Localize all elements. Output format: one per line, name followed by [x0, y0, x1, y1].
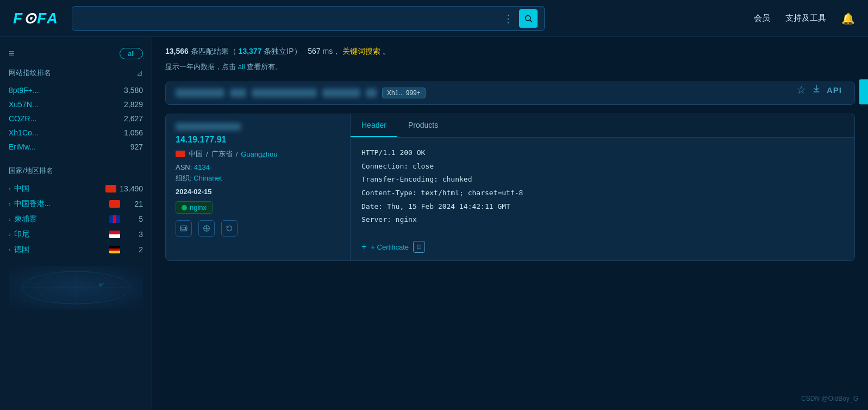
tab-products[interactable]: Products	[397, 114, 449, 137]
blurred-ip	[176, 123, 241, 131]
unique-ip-count: 13,377	[239, 47, 262, 55]
card-body: 14.19.177.91 中国 / 广东省 / Guangzhou ASN: 4…	[166, 114, 854, 260]
nginx-dot-icon	[182, 205, 187, 210]
blurred-content	[366, 89, 377, 97]
result-card: Xh1... 999+	[165, 82, 855, 105]
list-item[interactable]: EriMw... 927	[9, 140, 143, 154]
refresh-button[interactable]	[221, 220, 238, 237]
list-item[interactable]: Xh1Co... 1,056	[9, 126, 143, 140]
nav-member[interactable]: 会员	[754, 13, 770, 23]
chevron-right-icon: ›	[9, 246, 11, 253]
fingerprint-ranking-list: 8pt9F+... 3,580 Xu57N... 2,829 COZR... 2…	[9, 83, 143, 154]
country-text: 中国	[189, 149, 203, 159]
response-time: 567	[308, 47, 320, 55]
svg-point-0	[526, 15, 530, 20]
nav-tools[interactable]: 支持及工具	[785, 13, 826, 23]
svg-line-1	[530, 20, 532, 22]
result-badge: Xh1... 999+	[382, 88, 426, 98]
results-note: 显示一年内数据，点击 all 查看所有。	[165, 62, 855, 72]
asn-link[interactable]: 4134	[194, 163, 210, 171]
sidebar: ≡ all 网站指纹排名 ⊿ 8pt9F+... 3,580 Xu57N... …	[0, 37, 152, 410]
list-item[interactable]: › 柬埔寨 5	[9, 212, 143, 227]
blurred-content	[252, 89, 317, 97]
fingerprint-filter-icon[interactable]: ⊿	[136, 69, 143, 77]
search-box: app="Panabit-Panalog" ⋮	[72, 6, 545, 31]
list-item[interactable]: › 中国 13,490	[9, 181, 143, 196]
org-link[interactable]: Chinanet	[193, 174, 222, 182]
city-link[interactable]: Guangzhou	[241, 150, 277, 158]
header-line-2: Connection: close	[361, 160, 844, 173]
date-row: 2024-02-15	[176, 188, 340, 196]
svg-point-6	[99, 283, 102, 287]
list-item[interactable]: COZR... 2,627	[9, 111, 143, 126]
certificate-icon: ⊡	[413, 241, 425, 253]
header-line-5: Date: Thu, 15 Feb 2024 14:42:11 GMT	[361, 200, 844, 214]
blurred-content	[176, 89, 224, 97]
watermark: CSDN @OidBoy_G	[801, 395, 858, 402]
header-line-6: Server: nginx	[361, 213, 844, 227]
notification-bell-icon[interactable]: 🔔	[841, 12, 855, 25]
keyword-search-link[interactable]: 关键词搜索	[342, 47, 380, 55]
api-button[interactable]: API	[827, 85, 842, 95]
card-top-bar: Xh1... 999+	[166, 82, 854, 104]
main-container: ≡ all 网站指纹排名 ⊿ 8pt9F+... 3,580 Xu57N... …	[0, 37, 868, 410]
active-tab-indicator	[859, 79, 868, 104]
server-badge: nginx	[176, 201, 213, 214]
results-toolbar: ☆ API	[796, 83, 842, 96]
logo: F⊙FA	[13, 9, 59, 27]
result-card-main: 14.19.177.91 中国 / 广东省 / Guangzhou ASN: 4…	[165, 114, 855, 261]
country-flag-icon	[176, 151, 185, 157]
location-row: 中国 / 广东省 / Guangzhou	[176, 149, 340, 159]
filter-icon[interactable]: ≡	[9, 48, 15, 59]
blurred-content	[322, 89, 360, 97]
country-section-title: 国家/地区排名	[9, 166, 143, 176]
certificate-row[interactable]: + + Certificate ⊡	[351, 235, 854, 260]
chevron-right-icon: ›	[9, 231, 11, 238]
plus-icon: +	[361, 242, 366, 252]
globe-button[interactable]	[198, 220, 215, 237]
card-right-panel: Header Products HTTP/1.1 200 OK Connecti…	[351, 114, 854, 260]
country-ranking-list: › 中国 13,490 › 中国香港... 21 › 柬埔寨 5 › 印尼	[9, 181, 143, 257]
svg-point-7	[102, 283, 104, 285]
blurred-content	[230, 89, 246, 97]
screenshot-button[interactable]	[176, 220, 192, 237]
tab-bar: Header Products	[351, 114, 854, 138]
province-text: 广东省	[211, 149, 233, 159]
download-button[interactable]	[811, 84, 821, 96]
nav-links: 会员 支持及工具 🔔	[754, 12, 855, 25]
asn-row: ASN: 4134	[176, 163, 340, 171]
chevron-right-icon: ›	[9, 216, 11, 222]
header-line-1: HTTP/1.1 200 OK	[361, 146, 844, 160]
result-count: 13,566	[165, 47, 189, 55]
all-filter-badge[interactable]: all	[120, 48, 143, 59]
org-row: 组织: Chinanet	[176, 173, 340, 183]
content-area: 13,566 条匹配结果（ 13,377 条独立IP） 567 ms， 关键词搜…	[152, 37, 868, 410]
chevron-right-icon: ›	[9, 201, 11, 207]
list-item[interactable]: › 中国香港... 21	[9, 196, 143, 212]
list-item[interactable]: 8pt9F+... 3,580	[9, 83, 143, 97]
more-options-icon[interactable]: ⋮	[503, 12, 514, 25]
certificate-label: + Certificate	[371, 243, 409, 251]
svg-rect-9	[182, 227, 186, 230]
card-left-panel: 14.19.177.91 中国 / 广东省 / Guangzhou ASN: 4…	[166, 114, 351, 260]
list-item[interactable]: › 德国 2	[9, 242, 143, 257]
top-nav: F⊙FA app="Panabit-Panalog" ⋮ 会员 支持及工具 🔔	[0, 0, 868, 37]
header-content: HTTP/1.1 200 OK Connection: close Transf…	[351, 138, 854, 235]
tab-header[interactable]: Header	[351, 114, 397, 137]
world-map	[9, 266, 143, 309]
fingerprint-section-title: 网站指纹排名 ⊿	[9, 68, 143, 78]
search-button[interactable]	[519, 9, 538, 28]
ip-address[interactable]: 14.19.177.91	[176, 135, 340, 145]
show-all-link[interactable]: all	[238, 63, 245, 71]
list-item[interactable]: › 印尼 3	[9, 227, 143, 242]
results-summary: 13,566 条匹配结果（ 13,377 条独立IP） 567 ms， 关键词搜…	[165, 47, 855, 57]
chevron-right-icon: ›	[9, 185, 11, 192]
sidebar-filter-row: ≡ all	[9, 48, 143, 59]
favorite-button[interactable]: ☆	[796, 83, 806, 96]
search-input[interactable]: app="Panabit-Panalog"	[79, 14, 503, 23]
header-line-3: Transfer-Encoding: chunked	[361, 173, 844, 187]
header-line-4: Content-Type: text/html; charset=utf-8	[361, 187, 844, 200]
card-action-icons	[176, 220, 340, 237]
list-item[interactable]: Xu57N... 2,829	[9, 97, 143, 111]
svg-rect-8	[180, 226, 187, 231]
